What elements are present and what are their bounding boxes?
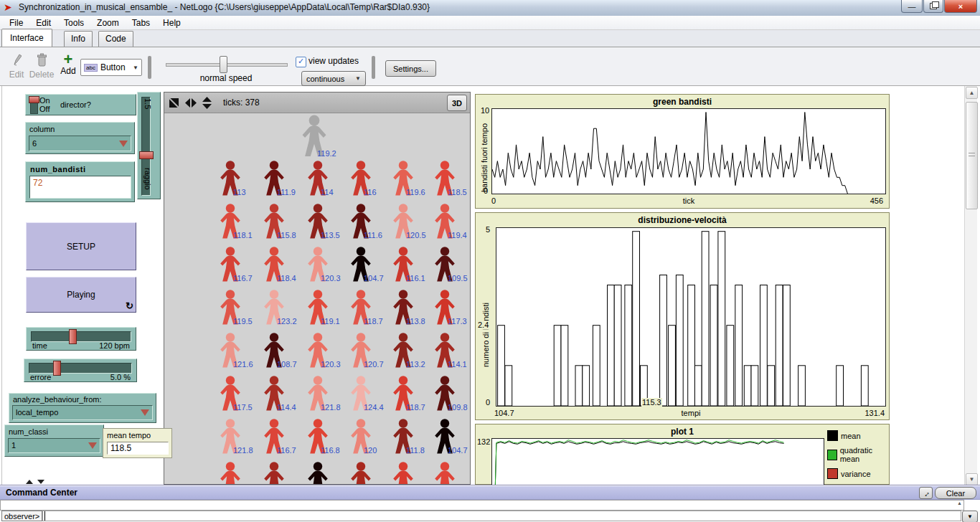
title-bar[interactable]: ➤ Synchronization_in_musical_ensamble_ -… xyxy=(0,0,980,16)
scroll-up-button[interactable]: ▲ xyxy=(966,87,978,99)
clear-button-label: Clear xyxy=(946,489,965,498)
turtle-label: 120.3 xyxy=(321,360,341,369)
detach-command-center-button[interactable]: ↔ xyxy=(919,487,933,499)
switch-off-label: Off xyxy=(39,105,50,113)
splitter-down-icon[interactable] xyxy=(37,480,44,484)
num-classi-chooser-label: num_classi xyxy=(9,427,48,436)
command-history-dropdown[interactable]: ▼ xyxy=(962,511,978,522)
time-slider-handle[interactable] xyxy=(69,329,77,344)
histogram-bar xyxy=(768,366,775,406)
plot-distribuzione-title: distribuzione-velocità xyxy=(476,215,889,225)
trash-icon xyxy=(37,53,47,67)
vertical-scrollbar[interactable]: ▲ ▼ xyxy=(964,86,977,485)
turtle-label: 119.5 xyxy=(233,317,253,326)
chevron-down-icon: ▼ xyxy=(133,65,138,71)
legend-item: variance xyxy=(827,468,889,479)
turtle-label: 121.8 xyxy=(321,403,341,412)
tab-interface[interactable]: Interface xyxy=(1,29,52,47)
y-axis-min: 0 xyxy=(486,398,490,407)
director-switch[interactable]: On Off director? xyxy=(25,94,136,115)
num-classi-chooser-box[interactable]: 1 xyxy=(8,438,100,453)
menu-help[interactable]: Help xyxy=(156,17,187,29)
widget-type-dropdown[interactable]: abc Button ▼ xyxy=(80,59,142,76)
x-axis-max: 131.4 xyxy=(864,409,885,417)
histogram-bar xyxy=(798,366,806,406)
num-bandisti-input[interactable]: num_bandisti 72 xyxy=(25,161,135,202)
playing-button[interactable]: Playing ↻ xyxy=(26,277,136,313)
command-input[interactable] xyxy=(42,511,961,521)
add-tool[interactable]: + Add xyxy=(57,53,79,76)
time-slider[interactable]: time 120 bpm xyxy=(26,327,136,351)
turtle-label: 120.3 xyxy=(321,274,341,283)
legend-swatch xyxy=(827,468,838,479)
view-updates-checkbox[interactable]: ✓ xyxy=(296,57,306,67)
horizontal-arrows-icon[interactable] xyxy=(184,98,197,108)
analyze-chooser-box[interactable]: local_tempo xyxy=(12,405,153,420)
view-updates-label: view updates xyxy=(308,56,359,66)
column-chooser-box[interactable]: 6 xyxy=(29,136,131,151)
time-slider-value: 120 bpm xyxy=(99,341,130,350)
turtle-label: 116.7 xyxy=(277,446,296,455)
clear-button[interactable]: Clear xyxy=(935,487,976,499)
output-scroll-up-icon[interactable]: ▲ xyxy=(957,500,962,506)
turtle-label: 114.1 xyxy=(448,360,467,369)
histogram-bar xyxy=(614,285,621,407)
restore-button[interactable] xyxy=(923,0,943,13)
menu-tools[interactable]: Tools xyxy=(57,17,90,29)
time-slider-track[interactable] xyxy=(31,331,131,342)
turtle-label: 119.2 xyxy=(317,149,336,158)
errore-slider[interactable]: errore 5.0 % xyxy=(24,359,137,382)
analyze-chooser-label: analyze_behaviour_from: xyxy=(13,395,102,404)
splitter-up-icon[interactable] xyxy=(26,480,33,484)
delete-tool[interactable]: Delete xyxy=(29,53,55,80)
menu-zoom[interactable]: Zoom xyxy=(90,17,126,29)
turtle-label: 120.7 xyxy=(364,360,384,369)
errore-slider-track[interactable] xyxy=(29,363,132,374)
turtle-label: 104.7 xyxy=(448,446,468,455)
speed-slider-handle[interactable] xyxy=(220,56,227,73)
y-axis-max: 132 xyxy=(477,437,490,446)
turtle-label: 104.7 xyxy=(364,274,384,283)
vertical-arrows-icon[interactable] xyxy=(202,96,212,110)
threed-button[interactable]: 3D xyxy=(447,95,467,111)
close-button[interactable]: × xyxy=(944,0,977,13)
errore-slider-handle[interactable] xyxy=(53,361,61,376)
tab-code[interactable]: Code xyxy=(98,31,133,47)
plot-line xyxy=(492,113,847,194)
scroll-down-button[interactable]: ▼ xyxy=(966,473,978,485)
histogram-bar xyxy=(688,285,695,407)
diagonal-resize-icon[interactable] xyxy=(169,98,180,108)
raggio-slider-handle[interactable] xyxy=(139,151,154,159)
raggio-slider[interactable]: 1.5 raggio xyxy=(137,92,161,199)
column-chooser[interactable]: column 6 xyxy=(25,122,135,154)
analyze-chooser[interactable]: analyze_behaviour_from: local_tempo xyxy=(9,393,156,423)
scrollbar-thumb[interactable] xyxy=(966,102,978,209)
minimize-button[interactable]: — xyxy=(901,0,923,13)
menu-tabs[interactable]: Tabs xyxy=(126,17,156,29)
menu-edit[interactable]: Edit xyxy=(29,17,57,29)
edit-tool[interactable]: Edit xyxy=(6,53,27,80)
command-output[interactable]: ▲ xyxy=(0,500,964,511)
raggio-slider-label: raggio xyxy=(143,168,152,190)
settings-button[interactable]: Settings... xyxy=(385,60,436,77)
errore-slider-value: 5.0 % xyxy=(110,373,131,381)
plot-green-bandisti-title: green bandisti xyxy=(476,97,889,107)
expand-icon: ↔ xyxy=(920,487,931,498)
ticks-counter: ticks: 378 xyxy=(223,98,260,108)
histogram-bar xyxy=(561,326,568,406)
turtle-label: 116.7 xyxy=(233,274,253,283)
tab-info[interactable]: Info xyxy=(64,31,93,47)
plot-green-bandisti-area xyxy=(491,108,886,194)
setup-button[interactable]: SETUP xyxy=(26,222,136,270)
num-classi-chooser[interactable]: num_classi 1 xyxy=(4,424,104,457)
forever-icon: ↻ xyxy=(126,300,133,311)
update-mode-dropdown[interactable]: continuous ▼ xyxy=(301,71,366,86)
world-view: ticks: 378 3D 119.2113111.9114116119.611… xyxy=(164,92,471,485)
world-canvas[interactable]: 119.2113111.9114116119.6118.5118.1115.81… xyxy=(164,113,470,485)
menu-file[interactable]: File xyxy=(3,17,29,29)
switch-knob[interactable] xyxy=(29,96,39,103)
turtle-label: 121.6 xyxy=(233,360,253,369)
scrollbar-grip xyxy=(969,153,975,156)
num-bandisti-field[interactable]: 72 xyxy=(29,176,131,199)
histogram-bar xyxy=(633,232,640,406)
